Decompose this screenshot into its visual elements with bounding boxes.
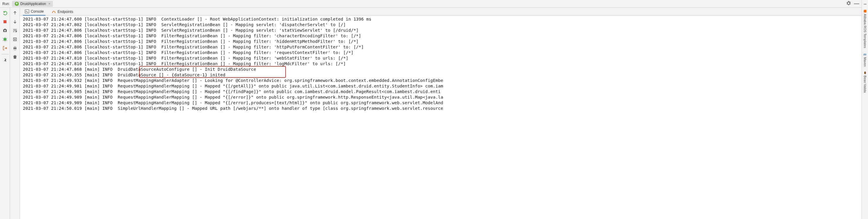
- run-header: Run: DruidApplication × —: [0, 0, 862, 8]
- log-line: 2021-03-07 21:24:49.989 [main] INFO Requ…: [21, 100, 860, 106]
- log-line: 2021-03-07 21:24:47.600 [localhost-start…: [21, 17, 860, 22]
- console-tabs: Console Endpoints: [20, 8, 862, 16]
- down-button[interactable]: [11, 18, 19, 25]
- pin-button[interactable]: [1, 57, 8, 64]
- tab-endpoints[interactable]: Endpoints: [50, 8, 75, 15]
- svg-point-11: [864, 71, 866, 74]
- up-button[interactable]: [11, 9, 19, 17]
- handle-icon[interactable]: ●●●: [864, 3, 867, 5]
- log-line: 2021-03-07 21:24:49.981 [main] INFO Requ…: [21, 83, 860, 89]
- maven-icon: m: [864, 53, 867, 56]
- log-line: 2021-03-07 21:24:47.806 [localhost-start…: [21, 39, 860, 44]
- log-line: 2021-03-07 21:24:47.806 [localhost-start…: [21, 44, 860, 50]
- log-line: 2021-03-07 21:24:47.802 [localhost-start…: [21, 22, 860, 28]
- exit-button[interactable]: [1, 44, 8, 52]
- console-icon: [25, 9, 29, 14]
- minimize-icon[interactable]: —: [854, 1, 859, 7]
- log-line: 2021-03-07 21:24:47.810 [localhost-start…: [21, 56, 860, 61]
- bug-rerun-button[interactable]: [1, 36, 8, 43]
- log-line: 2021-03-07 21:24:50.019 [main] INFO Simp…: [21, 106, 860, 111]
- alibaba-templates-button[interactable]: Alibaba ROS Templates: [863, 9, 867, 48]
- right-tool-strip: ●●● Alibaba ROS Templates m Maven Bean V…: [862, 0, 868, 219]
- tab-console[interactable]: Console: [23, 8, 45, 15]
- log-line: 2021-03-07 21:24:49.355 [main] INFO Drui…: [21, 72, 860, 78]
- svg-point-3: [4, 30, 6, 31]
- scroll-end-button[interactable]: [11, 36, 19, 43]
- log-line: 2021-03-07 21:24:47.806 [localhost-start…: [21, 50, 860, 56]
- console-toolbar: [10, 8, 20, 219]
- rerun-button[interactable]: [1, 9, 8, 17]
- trash-button[interactable]: [11, 54, 19, 60]
- svg-rect-9: [25, 10, 29, 13]
- log-line: 2021-03-07 21:24:47.868 [main] INFO Drui…: [21, 67, 860, 72]
- endpoints-icon: [51, 9, 56, 14]
- gear-icon[interactable]: [846, 1, 851, 6]
- stop-button[interactable]: [1, 18, 8, 25]
- separator: [1, 54, 8, 54]
- log-line: 2021-03-07 21:24:49.932 [main] INFO Requ…: [21, 78, 860, 83]
- camera-button[interactable]: [1, 27, 8, 34]
- svg-rect-10: [864, 10, 866, 12]
- soft-wrap-button[interactable]: [11, 27, 19, 34]
- close-icon[interactable]: ×: [49, 2, 51, 6]
- log-line: 2021-03-07 21:24:47.810 [localhost-start…: [21, 61, 860, 67]
- run-toolbar-left: [0, 8, 10, 219]
- maven-button[interactable]: m Maven: [863, 53, 867, 67]
- log-line: 2021-03-07 21:24:47.806 [localhost-start…: [21, 33, 860, 39]
- bean-icon: [863, 71, 867, 74]
- tab-console-label: Console: [31, 9, 44, 13]
- tab-endpoints-label: Endpoints: [58, 10, 73, 14]
- console-output[interactable]: 2021-03-07 21:24:47.600 [localhost-start…: [20, 16, 862, 219]
- svg-rect-8: [14, 49, 16, 50]
- log-line: 2021-03-07 21:24:49.985 [main] INFO Requ…: [21, 89, 860, 95]
- svg-rect-4: [4, 29, 6, 30]
- alibaba-icon: [863, 9, 867, 13]
- log-line: 2021-03-07 21:24:47.806 [localhost-start…: [21, 28, 860, 33]
- svg-point-5: [3, 38, 6, 41]
- run-config-label: DruidApplication: [20, 2, 46, 6]
- run-config-tab[interactable]: DruidApplication ×: [12, 1, 53, 7]
- run-label: Run:: [2, 2, 10, 6]
- spring-boot-icon: [14, 1, 19, 6]
- log-line: 2021-03-07 21:24:49.989 [main] INFO Requ…: [21, 95, 860, 100]
- print-button[interactable]: [11, 44, 19, 52]
- svg-rect-1: [3, 20, 6, 23]
- bean-validation-button[interactable]: Bean Valida: [863, 71, 867, 93]
